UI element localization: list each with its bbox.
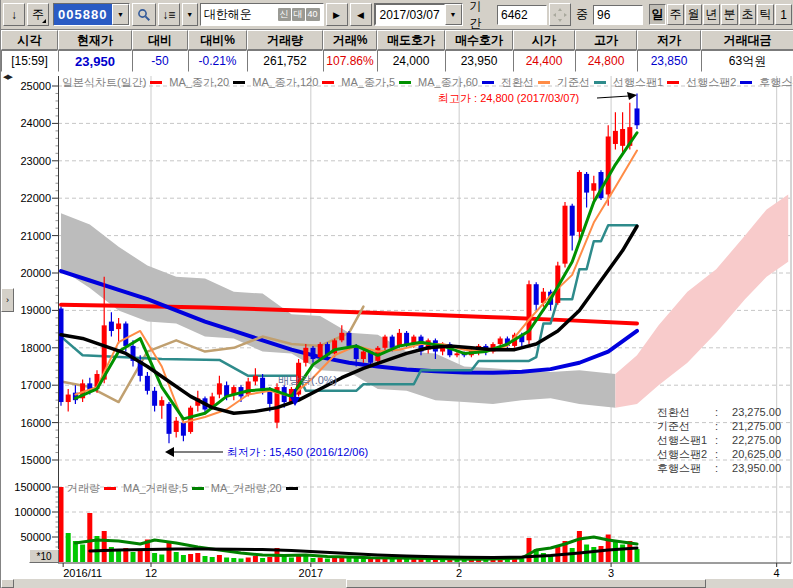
legend-marker bbox=[233, 81, 245, 84]
interval-button[interactable]: 일 bbox=[649, 4, 666, 25]
interval-button[interactable]: 분 bbox=[721, 4, 738, 25]
stock-name: 대한해운 bbox=[204, 6, 277, 23]
legend-label: MA_거래량,20 bbox=[211, 481, 282, 496]
legend-item: 후행스팬 bbox=[759, 75, 793, 90]
sort-list-button[interactable]: ↓≡ bbox=[158, 3, 180, 26]
scroll-down-button[interactable]: ↓ bbox=[3, 3, 25, 26]
quote-column: 거래량261,752 bbox=[247, 30, 323, 72]
svg-text:20000: 20000 bbox=[20, 267, 51, 279]
svg-text:21000: 21000 bbox=[20, 230, 51, 242]
quote-value: 23,950 bbox=[445, 50, 513, 72]
legend-label: 일본식차트(일간) bbox=[62, 75, 146, 90]
svg-text:23000: 23000 bbox=[20, 155, 51, 167]
ichimoku-values-panel: 전환선:23,275.00기준선:21,275.00선행스팬1:22,275.0… bbox=[657, 405, 781, 475]
interval-button[interactable]: 틱 bbox=[757, 4, 774, 25]
stock-badges: 신대40 bbox=[278, 8, 320, 21]
pane-resize-icon[interactable]: ◀▶ bbox=[3, 73, 12, 81]
legend-label: 선행스팬2 bbox=[686, 75, 736, 90]
interval-button[interactable]: 주 bbox=[667, 4, 684, 25]
legend-item: 전환선 bbox=[501, 75, 550, 90]
period-input[interactable] bbox=[497, 5, 547, 25]
stock-badge: 대 bbox=[292, 8, 305, 21]
interval-button[interactable]: 월 bbox=[685, 4, 702, 25]
legend-item: 거래량 bbox=[67, 481, 116, 496]
svg-text:12: 12 bbox=[145, 567, 157, 579]
legend-item: 기준선 bbox=[557, 75, 606, 90]
quote-value: -50 bbox=[132, 50, 188, 72]
date-combo[interactable]: 2017/03/07 ▼ bbox=[374, 3, 463, 26]
indicator-value-row: 전환선:23,275.00 bbox=[657, 405, 781, 419]
quote-header: 거래% bbox=[323, 30, 377, 50]
chart-canvas[interactable]: 2500024000230002200021000200001900018000… bbox=[1, 72, 793, 588]
legend-label: MA_거래량,5 bbox=[123, 481, 188, 496]
indicator-value-row: 선행스팬2:20,625.00 bbox=[657, 447, 781, 461]
scrollbar-stub[interactable] bbox=[1, 579, 14, 588]
interval-button[interactable]: 년 bbox=[703, 4, 720, 25]
fit-button[interactable] bbox=[549, 3, 571, 26]
sort-chevron-down-icon[interactable]: ▼ bbox=[182, 3, 198, 26]
quote-header: 거래대금 bbox=[701, 30, 793, 50]
legend-marker bbox=[150, 81, 162, 84]
quote-header: 매도호가 bbox=[377, 30, 445, 50]
legend-label: 선행스팬1 bbox=[613, 75, 663, 90]
interval-button[interactable]: 1 bbox=[775, 4, 792, 25]
quote-column: 거래%107.86% bbox=[323, 30, 377, 72]
legend-item: MA_종가,120 bbox=[252, 75, 334, 90]
search-button[interactable] bbox=[132, 3, 156, 26]
interval-button[interactable]: 초 bbox=[739, 4, 756, 25]
quote-header: 거래량 bbox=[247, 30, 323, 50]
search-icon bbox=[137, 8, 151, 22]
legend-label: 거래량 bbox=[67, 481, 100, 496]
legend-marker bbox=[399, 81, 411, 84]
quote-column: 고가24,800 bbox=[575, 30, 637, 72]
stock-code-combo[interactable]: 005880 ▼ bbox=[53, 3, 130, 26]
price-legend: 일본식차트(일간)MA_종가,20MA_종가,120MA_종가,5MA_종가,6… bbox=[62, 75, 793, 90]
legend-item: 일본식차트(일간) bbox=[62, 75, 162, 90]
svg-text:2016/11: 2016/11 bbox=[63, 567, 102, 579]
quote-value: 261,752 bbox=[247, 50, 323, 72]
prev-button[interactable]: ◀ bbox=[350, 3, 372, 26]
date-value[interactable]: 2017/03/07 bbox=[375, 4, 445, 25]
quote-value: 23,950 bbox=[58, 50, 132, 72]
legend-label: 전환선 bbox=[501, 75, 534, 90]
quote-column: 현재가23,950 bbox=[58, 30, 132, 72]
chevron-down-icon[interactable]: ▼ bbox=[112, 4, 129, 25]
legend-marker bbox=[594, 81, 606, 84]
quote-column: 거래대금63억원 bbox=[701, 30, 793, 72]
legend-item: MA_종가,5 bbox=[341, 75, 411, 90]
arrow-right-icon bbox=[627, 92, 637, 100]
week-mode-button[interactable]: 주 bbox=[27, 3, 49, 26]
legend-item: MA_종가,60 bbox=[418, 75, 494, 90]
quote-header: 시가 bbox=[513, 30, 575, 50]
quote-column: 시가24,400 bbox=[513, 30, 575, 72]
next-button[interactable]: ▶ bbox=[326, 3, 348, 26]
count-input[interactable] bbox=[593, 5, 643, 25]
scrollbar-thumb[interactable] bbox=[346, 579, 706, 588]
date-chevron-down-icon[interactable]: ▼ bbox=[445, 4, 462, 25]
quote-value: 24,800 bbox=[575, 50, 637, 72]
stock-code-input[interactable]: 005880 bbox=[54, 4, 112, 25]
svg-text:15000: 15000 bbox=[20, 454, 51, 466]
legend-marker bbox=[667, 81, 679, 84]
move-arrows-icon bbox=[553, 8, 567, 22]
legend-item: 선행스팬1 bbox=[613, 75, 679, 90]
quote-value: 107.86% bbox=[323, 50, 377, 72]
legend-marker bbox=[104, 487, 116, 490]
quote-value: 23,850 bbox=[637, 50, 701, 72]
svg-text:2017: 2017 bbox=[299, 567, 323, 579]
legend-label: MA_종가,60 bbox=[418, 75, 478, 90]
legend-marker bbox=[286, 487, 298, 490]
svg-text:2: 2 bbox=[456, 567, 462, 579]
legend-marker bbox=[322, 81, 334, 84]
svg-text:150000: 150000 bbox=[14, 481, 51, 493]
svg-text:3: 3 bbox=[608, 567, 614, 579]
quote-value: 24,400 bbox=[513, 50, 575, 72]
horizontal-scrollbar[interactable] bbox=[1, 579, 793, 588]
low-annotation: 최저가 : 15,450 (2016/12/06) bbox=[227, 446, 368, 458]
pane-collapse-button[interactable]: › bbox=[1, 288, 14, 312]
quote-header: 매수호가 bbox=[445, 30, 513, 50]
svg-text:4: 4 bbox=[774, 567, 780, 579]
interval-button-group: 일주월년분초틱1 bbox=[649, 4, 792, 25]
indicator-value-row: 기준선:21,275.00 bbox=[657, 419, 781, 433]
ex-dividend-annotation: 배당락(.0%) bbox=[278, 374, 337, 386]
